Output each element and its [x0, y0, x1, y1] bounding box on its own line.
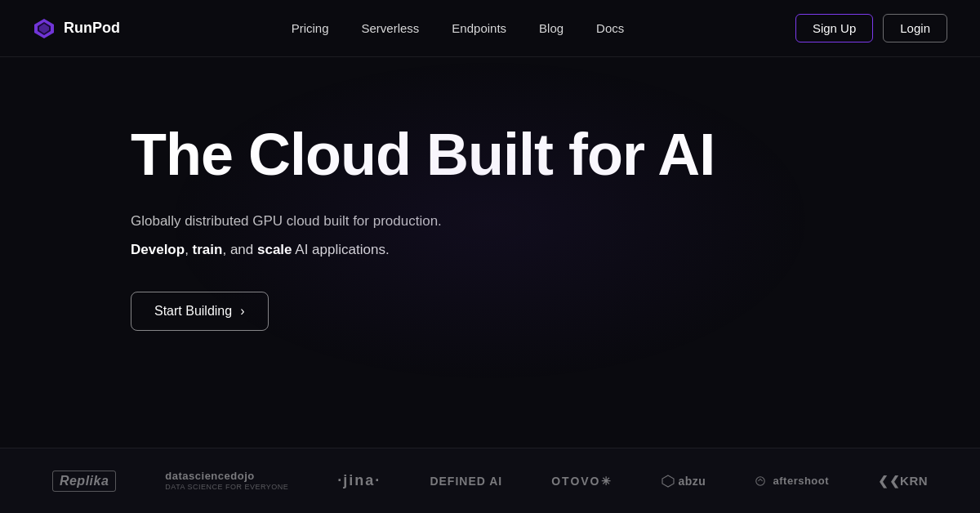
runpod-logo-icon: [33, 17, 56, 40]
logo-jina: ·jina·: [337, 472, 381, 489]
start-building-button[interactable]: Start Building ›: [131, 292, 269, 331]
start-building-label: Start Building: [154, 304, 232, 319]
svg-marker-3: [662, 475, 674, 487]
hero-subtitle-line1: Globally distributed GPU cloud built for…: [131, 210, 980, 234]
nav-blog[interactable]: Blog: [539, 21, 564, 35]
nav-pricing[interactable]: Pricing: [292, 21, 329, 35]
svg-point-4: [756, 477, 765, 486]
login-button[interactable]: Login: [883, 14, 947, 42]
logo[interactable]: RunPod: [33, 17, 120, 40]
nav-actions: Sign Up Login: [795, 14, 947, 42]
nav-links: Pricing Serverless Endpoints Blog Docs: [292, 21, 625, 35]
nav-endpoints[interactable]: Endpoints: [452, 21, 506, 35]
nav-serverless[interactable]: Serverless: [361, 21, 419, 35]
logo-replika: Replika: [52, 471, 116, 492]
hero-section: The Cloud Built for AI Globally distribu…: [0, 57, 980, 331]
abzu-icon: [662, 475, 675, 488]
nav-docs[interactable]: Docs: [596, 21, 624, 35]
hero-title: The Cloud Built for AI: [131, 123, 980, 187]
signup-button[interactable]: Sign Up: [795, 14, 873, 42]
brand-name: RunPod: [64, 20, 120, 37]
navbar: RunPod Pricing Serverless Endpoints Blog…: [0, 0, 980, 57]
arrow-icon: ›: [240, 304, 244, 319]
logo-abzu: abzu: [662, 475, 706, 488]
aftershoot-icon: [755, 475, 766, 487]
logos-section: Replika datasciencedojo DATA SCIENCE FOR…: [0, 448, 980, 513]
hero-subtitle-line2: Develop, train, and scale AI application…: [131, 239, 980, 262]
logo-aftershoot: aftershoot: [755, 475, 829, 488]
logo-krn: ❮❮KRN: [878, 474, 928, 488]
logo-otovo: OTOVO✳: [551, 475, 612, 488]
logo-defined-ai: DEFINED AI: [430, 475, 502, 488]
logo-datasciencedojo: datasciencedojo DATA SCIENCE FOR EVERYON…: [165, 470, 288, 491]
